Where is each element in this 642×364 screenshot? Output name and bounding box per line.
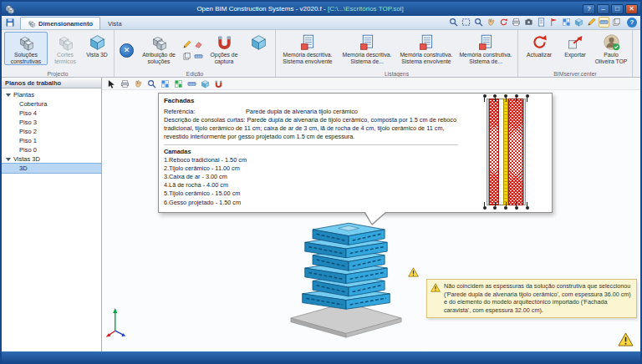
tree-node-vistas3d[interactable]: Vistas 3D — [2, 154, 101, 164]
minimize-button[interactable]: – — [597, 4, 609, 14]
cube-icon[interactable] — [200, 78, 210, 88]
solucoes-construtivas-button[interactable]: Soluções construtivas — [4, 32, 48, 65]
user-account-button[interactable]: Paulo Oliveira TOP — [593, 32, 629, 65]
report-building-icon — [418, 33, 436, 51]
print-icon[interactable] — [120, 78, 130, 88]
layer-item: 5.Tijolo cerâmico - 15.00 cm — [164, 190, 458, 198]
popup-title: Fachadas — [164, 97, 458, 106]
doc-icon[interactable] — [536, 17, 547, 28]
window-title-path: [C:\...\Escritórios TOP.sol] — [328, 5, 404, 13]
memoria-construtiva-sistema-button[interactable]: Memória construtiva. Sistema de... — [456, 32, 515, 65]
maximize-button[interactable]: □ — [611, 4, 624, 14]
tree-item-3d[interactable]: 3D — [2, 164, 101, 173]
tree-item-piso0[interactable]: Piso 0 — [2, 145, 101, 154]
measure-tool-icon[interactable] — [193, 51, 204, 62]
refresh-icon — [531, 33, 548, 51]
atribuicao-solucoes-button[interactable]: Atribuição de soluções — [137, 32, 181, 65]
titlebar: Open BIM Construction Systems - v2020.f … — [2, 2, 640, 16]
tree-item-piso1[interactable]: Piso 1 — [2, 136, 101, 145]
print-icon[interactable] — [511, 17, 522, 28]
layers-icon[interactable] — [561, 17, 572, 28]
cancel-button[interactable]: ✕ — [120, 43, 134, 58]
edit-icon[interactable] — [586, 17, 597, 28]
actualizar-button[interactable]: Actualizar — [521, 32, 558, 59]
measure-icon[interactable] — [599, 17, 609, 28]
assign-solutions-icon — [150, 33, 168, 51]
view-3d-icon — [89, 33, 106, 51]
tree-node-plantas[interactable]: Plantas — [2, 90, 101, 99]
exportar-button[interactable]: Exportar — [558, 32, 592, 59]
view-toolbar — [102, 78, 640, 90]
model-warning-icon[interactable] — [408, 267, 419, 277]
search-icon[interactable] — [448, 17, 459, 28]
collapse-arrow-icon[interactable] — [6, 158, 11, 161]
snap-icon[interactable] — [213, 78, 223, 88]
tab-vista[interactable]: Vista — [100, 17, 130, 29]
report-building-icon — [359, 33, 376, 51]
window-controls: ? – □ ✕ — [583, 4, 638, 14]
description-row: Descrição de consolas curtas: Parede dup… — [164, 116, 458, 141]
grid-green-icon[interactable] — [173, 78, 183, 88]
cortes-termicos-button[interactable]: Cortes térmicos — [48, 32, 82, 65]
wall-section-drawing — [465, 97, 547, 207]
zoom-window-icon[interactable] — [146, 78, 156, 88]
edit-tools-grid — [181, 39, 204, 62]
status-warning-icon[interactable] — [618, 332, 634, 346]
save-icon[interactable] — [5, 18, 15, 28]
memoria-construtiva-envolvente-button[interactable]: Memória construtiva. Sistema envolvente — [397, 32, 456, 65]
layer-item: 4.Lã de rocha - 4.00 cm — [164, 181, 458, 190]
erase-icon[interactable] — [193, 39, 204, 50]
pan-icon[interactable] — [133, 78, 143, 88]
layer-item: 1.Reboco tradicional - 1.50 cm — [164, 156, 458, 164]
memoria-descritiva-envolvente-button[interactable]: Memória descritiva. Sistema envolvente — [278, 32, 337, 65]
help-icon[interactable]: ? — [627, 18, 637, 28]
help-button[interactable]: ? — [583, 4, 595, 14]
zoom-extents-icon[interactable] — [473, 17, 484, 28]
quick-toolbar: ? — [448, 17, 637, 29]
tree-item-cobertura[interactable]: Cobertura — [2, 99, 101, 109]
window-icon[interactable] — [611, 17, 622, 28]
layer-item: 6.Gesso projetado - 1.50 cm — [164, 199, 458, 207]
layers-header: Camadas — [164, 144, 458, 156]
building-3d-model[interactable] — [282, 215, 410, 341]
work-planes-tree: Plantas Cobertura Piso 4 Piso 3 Piso 2 P… — [2, 88, 101, 173]
select-icon[interactable] — [106, 78, 116, 88]
thermal-sections-icon — [57, 33, 74, 51]
vista-3d-button[interactable]: Vista 3D — [83, 32, 111, 59]
flag-icon[interactable] — [548, 17, 559, 28]
model-viewport[interactable]: Fachadas Referência: Parede dupla de alv… — [102, 90, 640, 351]
report-building-icon — [299, 33, 317, 51]
tab-dimensionamento[interactable]: Dimensionamento — [20, 17, 100, 29]
grid-blue-icon[interactable] — [160, 78, 170, 88]
memoria-descritiva-sistema-button[interactable]: Memória descritiva. Sistema de... — [338, 32, 396, 65]
tree-item-piso4[interactable]: Piso 4 — [2, 109, 101, 118]
measure-icon[interactable] — [186, 78, 196, 88]
ribbon-group-projecto: Soluções construtivas Cortes térmicos Vi… — [2, 30, 115, 77]
mismatch-warning-tooltip: Não coincidem as espessuras da solução c… — [426, 279, 637, 318]
pan-icon[interactable] — [486, 17, 497, 28]
construction-solutions-icon — [18, 33, 35, 51]
layer-tijolo-11 — [489, 99, 499, 205]
layer-item: 3.Caixa de ar - 3.00 cm — [164, 173, 458, 181]
dimension-ticks — [484, 98, 527, 102]
capture-icon[interactable] — [523, 17, 534, 28]
axes-indicator — [104, 306, 133, 338]
opcoes-captura-button[interactable]: Opções de captura — [205, 32, 243, 65]
tree-item-piso3[interactable]: Piso 3 — [2, 118, 101, 127]
edicao-extra-button[interactable] — [244, 32, 273, 52]
snap-options-icon — [216, 33, 233, 51]
edit-pencil-icon[interactable] — [181, 39, 192, 50]
canvas-area: Fachadas Referência: Parede dupla de alv… — [102, 78, 640, 351]
close-button[interactable]: ✕ — [625, 4, 638, 14]
tree-item-piso2[interactable]: Piso 2 — [2, 127, 101, 136]
previous-zoom-icon[interactable] — [498, 17, 509, 28]
copy-icon[interactable] — [181, 51, 192, 62]
cube-icon[interactable] — [573, 17, 584, 28]
status-bar — [2, 351, 640, 362]
collapse-arrow-icon[interactable] — [6, 94, 11, 97]
warning-icon — [431, 283, 441, 292]
export-icon — [567, 33, 584, 51]
cube-tool-icon — [250, 33, 268, 51]
zoom-window-icon[interactable] — [461, 17, 471, 28]
layer-gesso — [523, 99, 526, 205]
